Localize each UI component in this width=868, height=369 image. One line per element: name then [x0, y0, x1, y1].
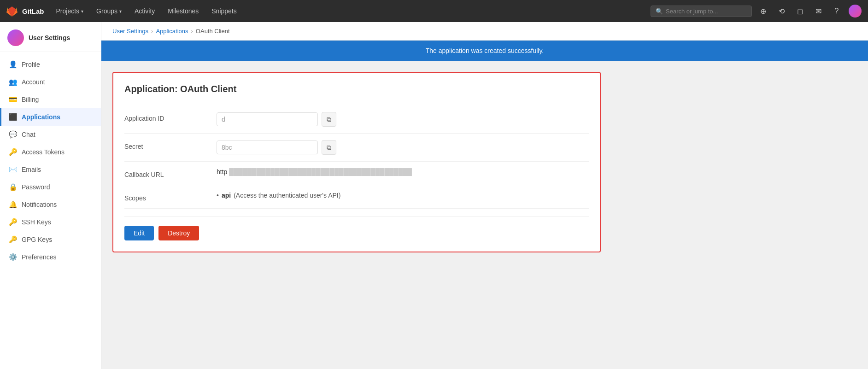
secret-copy-button[interactable]: ⧉ [322, 140, 336, 155]
app-id-copy-button[interactable]: ⧉ [322, 112, 336, 127]
scope-name: api [222, 192, 231, 199]
field-row-app-id: Application ID ⧉ [124, 105, 589, 134]
scopes-value: • api (Access the authenticated user's A… [217, 192, 340, 199]
help-icon[interactable]: ? [829, 4, 844, 18]
nav-projects[interactable]: Projects ▾ [52, 6, 88, 17]
sidebar-item-billing[interactable]: 💳 Billing [0, 91, 101, 108]
breadcrumb-current: OAuth Client [196, 28, 230, 35]
secret-value: ⧉ [217, 140, 336, 155]
sidebar-item-account[interactable]: 👥 Account [0, 73, 101, 91]
sidebar: User Settings 👤 Profile 👥 Account 💳 Bill… [0, 22, 101, 369]
sidebar-item-chat[interactable]: 💬 Chat [0, 126, 101, 143]
gitlab-logo[interactable]: GitLab [6, 5, 44, 18]
profile-icon: 👤 [9, 60, 17, 69]
chat-icon: 💬 [9, 130, 17, 139]
sidebar-item-label: Applications [22, 113, 60, 121]
sidebar-header: User Settings [0, 22, 101, 52]
user-menu[interactable] [848, 4, 862, 18]
divider [124, 216, 589, 217]
breadcrumb-middle[interactable]: Applications [156, 28, 188, 35]
ssh-keys-icon: 🔑 [9, 218, 17, 226]
sidebar-title: User Settings [29, 34, 70, 41]
sidebar-item-access-tokens[interactable]: 🔑 Access Tokens [0, 143, 101, 161]
sidebar-avatar [7, 29, 24, 46]
callback-url-value: http ███████████████████████████████████… [217, 168, 412, 176]
sidebar-item-label: Chat [22, 131, 35, 138]
top-navigation: GitLab Projects ▾ Groups ▾ Activity Mile… [0, 0, 868, 22]
sidebar-item-preferences[interactable]: ⚙️ Preferences [0, 248, 101, 266]
app-id-input[interactable] [217, 112, 318, 126]
sidebar-nav: 👤 Profile 👥 Account 💳 Billing ⬛ Applicat… [0, 52, 101, 269]
sidebar-item-label: Preferences [22, 253, 56, 261]
scope-desc: (Access the authenticated user's API) [234, 192, 340, 199]
sidebar-item-password[interactable]: 🔒 Password [0, 178, 101, 196]
billing-icon: 💳 [9, 95, 17, 104]
sidebar-item-profile[interactable]: 👤 Profile [0, 56, 101, 73]
success-banner: The application was created successfully… [101, 41, 868, 61]
search-bar[interactable]: 🔍 [651, 6, 752, 17]
destroy-button[interactable]: Destroy [158, 226, 199, 240]
field-row-scopes: Scopes • api (Access the authenticated u… [124, 185, 589, 209]
callback-url-label: Callback URL [124, 168, 207, 178]
field-row-secret: Secret ⧉ [124, 134, 589, 162]
page-layout: User Settings 👤 Profile 👥 Account 💳 Bill… [0, 22, 868, 369]
secret-input[interactable] [217, 141, 318, 154]
nav-issues-icon[interactable]: ◻ [792, 4, 807, 18]
app-title: Application: OAuth Client [124, 84, 589, 94]
app-id-label: Application ID [124, 112, 207, 122]
sidebar-item-label: Access Tokens [22, 148, 65, 156]
user-avatar [849, 5, 862, 18]
nav-milestones[interactable]: Milestones [163, 6, 203, 17]
breadcrumb-sep-2: › [191, 28, 193, 35]
main-content: User Settings › Applications › OAuth Cli… [101, 22, 868, 369]
nav-groups[interactable]: Groups ▾ [92, 6, 126, 17]
sidebar-item-label: Account [22, 78, 45, 86]
sidebar-item-emails[interactable]: ✉️ Emails [0, 161, 101, 178]
sidebar-item-label: Emails [22, 166, 41, 173]
search-input[interactable] [666, 8, 747, 15]
chevron-down-icon: ▾ [81, 9, 83, 14]
breadcrumb-root[interactable]: User Settings [112, 28, 148, 35]
emails-icon: ✉️ [9, 165, 17, 174]
password-icon: 🔒 [9, 183, 17, 191]
sidebar-item-applications[interactable]: ⬛ Applications [0, 108, 101, 126]
app-container: Application: OAuth Client Application ID… [101, 61, 868, 264]
sidebar-item-label: GPG Keys [22, 236, 52, 243]
new-item-button[interactable]: ⊕ [756, 4, 770, 18]
secret-label: Secret [124, 140, 207, 150]
sidebar-item-notifications[interactable]: 🔔 Notifications [0, 196, 101, 213]
sidebar-item-gpg-keys[interactable]: 🔑 GPG Keys [0, 231, 101, 248]
account-icon: 👥 [9, 78, 17, 86]
sidebar-item-ssh-keys[interactable]: 🔑 SSH Keys [0, 213, 101, 231]
copy-icon: ⧉ [327, 116, 331, 123]
access-tokens-icon: 🔑 [9, 148, 17, 156]
callback-url-text: http ███████████████████████████████████… [217, 168, 412, 176]
nav-merge-requests-icon[interactable]: ⟲ [774, 4, 789, 18]
field-row-callback: Callback URL http ██████████████████████… [124, 162, 589, 185]
search-icon: 🔍 [656, 8, 663, 15]
preferences-icon: ⚙️ [9, 253, 17, 261]
nav-activity[interactable]: Activity [130, 6, 159, 17]
action-buttons: Edit Destroy [124, 226, 589, 240]
scopes-label: Scopes [124, 192, 207, 202]
nav-snippets[interactable]: Snippets [207, 6, 241, 17]
applications-icon: ⬛ [9, 113, 17, 121]
copy-icon: ⧉ [327, 144, 331, 152]
chevron-down-icon: ▾ [119, 9, 122, 14]
notifications-icon: 🔔 [9, 200, 17, 209]
app-id-value: ⧉ [217, 112, 336, 127]
sidebar-item-label: SSH Keys [22, 218, 51, 226]
sidebar-item-label: Notifications [22, 201, 57, 208]
sidebar-item-label: Password [22, 183, 50, 191]
scope-bullet: • [217, 192, 219, 199]
edit-button[interactable]: Edit [124, 226, 154, 240]
breadcrumb: User Settings › Applications › OAuth Cli… [101, 22, 868, 41]
sidebar-item-label: Billing [22, 96, 39, 103]
app-card: Application: OAuth Client Application ID… [112, 72, 601, 252]
breadcrumb-sep-1: › [151, 28, 153, 35]
sidebar-item-label: Profile [22, 61, 40, 68]
gpg-keys-icon: 🔑 [9, 235, 17, 244]
nav-todos-icon[interactable]: ✉ [811, 4, 826, 18]
